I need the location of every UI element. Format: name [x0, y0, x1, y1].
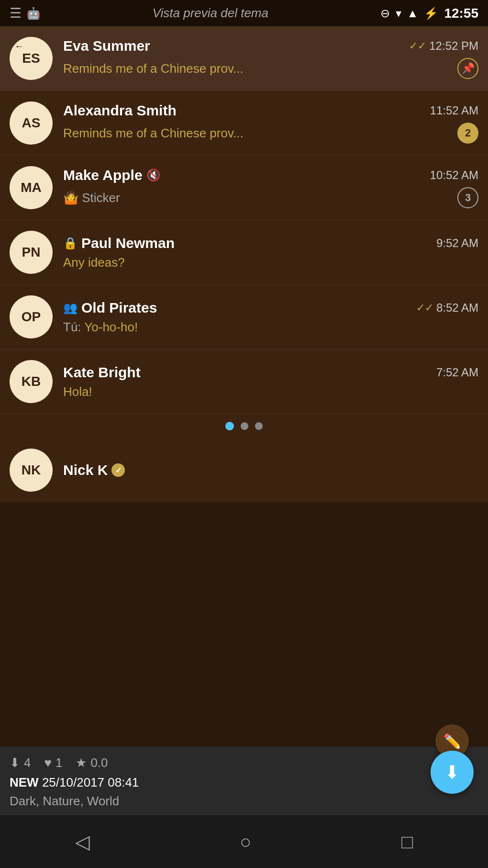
chat-item-nick-k[interactable]: NK Nick K ✓: [0, 438, 488, 502]
chat-preview-row: Any ideas?: [63, 255, 478, 270]
chat-list: ← ES Eva Summer ✓✓ 12:52 PM Reminds me o…: [0, 26, 488, 502]
chat-preview-row: 🤷 Sticker 3: [63, 187, 478, 208]
avatar-eva-summer: ← ES: [10, 37, 53, 80]
chat-preview-row: Reminds me of a Chinese prov... 2: [63, 123, 478, 144]
hearts-count: 1: [55, 755, 62, 770]
chat-name: Eva Summer: [63, 38, 150, 54]
unread-badge: 2: [457, 123, 478, 144]
avatar-kate-bright: KB: [10, 360, 53, 403]
download-stat-icon: ⬇: [10, 755, 20, 770]
status-bar-title: Vista previa del tema: [153, 6, 268, 21]
dot-1[interactable]: [225, 422, 234, 430]
chat-item-old-pirates[interactable]: OP 👥 Old Pirates ✓✓ 8:52 AM Tú: Yo-ho-ho…: [0, 285, 488, 349]
recents-nav-icon: □: [401, 831, 413, 853]
verified-badge-icon: ✓: [111, 463, 125, 477]
lock-icon: 🔒: [63, 237, 78, 250]
dot-2[interactable]: [241, 422, 248, 430]
new-badge-label: NEW: [10, 775, 39, 789]
group-icon: 👥: [63, 301, 78, 315]
chat-item-alexandra-smith[interactable]: AS Alexandra Smith 11:52 AM Reminds me o…: [0, 91, 488, 156]
chat-time: 11:52 AM: [430, 104, 478, 117]
back-nav-button[interactable]: ◁: [75, 831, 90, 853]
nick-name: Nick K ✓: [63, 462, 125, 478]
chat-preview: Hola!: [63, 384, 478, 399]
chat-name-row: 👥 Old Pirates ✓✓ 8:52 AM: [63, 300, 478, 316]
bottom-info-date: NEW 25/10/2017 08:41: [10, 775, 478, 790]
chat-content-kate-bright: Kate Bright 7:52 AM Hola!: [63, 364, 478, 399]
chat-preview-row: Reminds me of a Chinese prov... 📌: [63, 58, 478, 79]
chat-content-paul-newman: 🔒 Paul Newman 9:52 AM Any ideas?: [63, 235, 478, 270]
chat-item-kate-bright[interactable]: KB Kate Bright 7:52 AM Hola!: [0, 349, 488, 414]
stars-count: 0.0: [90, 755, 108, 770]
chat-preview: 🤷 Sticker: [63, 191, 453, 205]
downloads-count: 4: [24, 755, 31, 770]
hearts-stat: ♥ 1: [44, 755, 62, 770]
download-fab[interactable]: ⬇: [431, 751, 474, 794]
chat-name: Make Apple 🔇: [63, 167, 161, 183]
chat-item-paul-newman[interactable]: PN 🔒 Paul Newman 9:52 AM Any ideas?: [0, 220, 488, 285]
bottom-info-tags: Dark, Nature, World: [10, 794, 478, 809]
status-time: 12:55: [444, 6, 478, 21]
bottom-nav: ◁ ○ □: [0, 815, 488, 868]
bottom-info-stats: ⬇ 4 ♥ 1 ★ 0.0: [10, 755, 478, 770]
chat-time: ✓✓ 8:52 AM: [416, 301, 478, 315]
chat-name-row: Alexandra Smith 11:52 AM: [63, 102, 478, 119]
double-check-icon: ✓✓: [409, 40, 426, 52]
chat-preview-row: Hola!: [63, 384, 478, 399]
status-bar: ☰ 🤖 Vista previa del tema ⊖ ▾ ▲ ⚡ 12:55: [0, 0, 488, 26]
signal-icon: ▲: [407, 7, 419, 20]
chat-name-row: Eva Summer ✓✓ 12:52 PM: [63, 38, 478, 54]
robot-icon: 🤖: [26, 7, 41, 20]
avatar-paul-newman: PN: [10, 231, 53, 274]
home-nav-button[interactable]: ○: [240, 831, 251, 853]
chat-name: Kate Bright: [63, 364, 141, 381]
heart-icon: ♥: [44, 755, 51, 770]
menu-icon: ☰: [10, 5, 22, 21]
chat-content-old-pirates: 👥 Old Pirates ✓✓ 8:52 AM Tú: Yo-ho-ho!: [63, 300, 478, 335]
chat-item-make-apple[interactable]: MA Make Apple 🔇 10:52 AM 🤷 Sticker 3: [0, 156, 488, 220]
chat-preview-row: Tú: Yo-ho-ho!: [63, 320, 478, 335]
chat-content-nick-k: Nick K ✓: [63, 462, 125, 478]
chat-name: 🔒 Paul Newman: [63, 235, 175, 251]
chat-preview: Reminds me of a Chinese prov...: [63, 61, 453, 76]
chat-time: 10:52 AM: [430, 169, 478, 182]
battery-icon: ⚡: [424, 7, 438, 20]
chat-time: 9:52 AM: [436, 237, 478, 250]
chat-item-eva-summer[interactable]: ← ES Eva Summer ✓✓ 12:52 PM Reminds me o…: [0, 26, 488, 91]
wifi-icon: ▾: [396, 7, 401, 20]
chat-content-eva-summer: Eva Summer ✓✓ 12:52 PM Reminds me of a C…: [63, 38, 478, 79]
minus-icon: ⊖: [380, 7, 390, 20]
stars-stat: ★ 0.0: [76, 755, 108, 770]
chat-time: 7:52 AM: [436, 366, 478, 379]
chat-name-row: 🔒 Paul Newman 9:52 AM: [63, 235, 478, 251]
chat-name: 👥 Old Pirates: [63, 300, 157, 316]
chat-content-alexandra-smith: Alexandra Smith 11:52 AM Reminds me of a…: [63, 102, 478, 144]
date-value: 25/10/2017 08:41: [42, 775, 139, 789]
status-bar-right: ⊖ ▾ ▲ ⚡ 12:55: [380, 6, 478, 21]
pin-icon: 📌: [457, 58, 478, 79]
unread-badge: 3: [457, 187, 478, 208]
avatar-old-pirates: OP: [10, 295, 53, 338]
avatar-nick-k: NK: [10, 449, 53, 492]
double-check-icon: ✓✓: [416, 302, 433, 314]
downloads-stat: ⬇ 4: [10, 755, 31, 770]
chat-preview: Reminds me of a Chinese prov...: [63, 126, 453, 141]
avatar-make-apple: MA: [10, 166, 53, 209]
status-bar-left: ☰ 🤖: [10, 5, 41, 21]
chat-time: ✓✓ 12:52 PM: [409, 39, 478, 53]
recents-nav-button[interactable]: □: [401, 831, 413, 853]
back-arrow-icon: ←: [14, 41, 24, 52]
chat-content-make-apple: Make Apple 🔇 10:52 AM 🤷 Sticker 3: [63, 167, 478, 208]
chat-name: Alexandra Smith: [63, 102, 177, 119]
home-nav-icon: ○: [240, 831, 251, 853]
mute-icon: 🔇: [146, 169, 161, 182]
dot-3[interactable]: [255, 422, 263, 430]
chat-name-row: Kate Bright 7:52 AM: [63, 364, 478, 381]
chat-preview: Any ideas?: [63, 255, 478, 270]
star-icon: ★: [76, 755, 87, 770]
bottom-info-bar: ⬇ 4 ♥ 1 ★ 0.0 NEW 25/10/2017 08:41 Dark,…: [0, 747, 488, 815]
chat-preview: Tú: Yo-ho-ho!: [63, 320, 478, 335]
back-nav-icon: ◁: [75, 831, 90, 853]
avatar-alexandra-smith: AS: [10, 101, 53, 145]
chat-name-row: Make Apple 🔇 10:52 AM: [63, 167, 478, 183]
